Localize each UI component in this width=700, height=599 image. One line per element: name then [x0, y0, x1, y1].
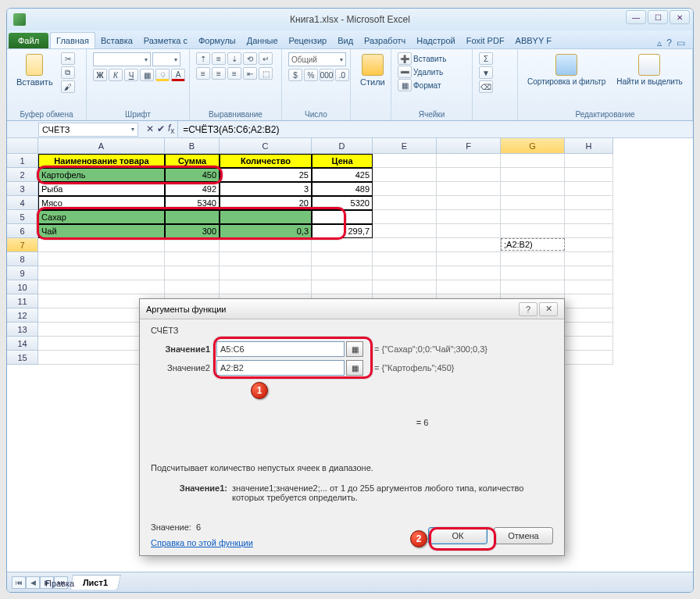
cell[interactable]: [165, 238, 220, 252]
row-header[interactable]: 5: [7, 210, 38, 224]
cell[interactable]: 425: [312, 168, 373, 182]
cell[interactable]: [565, 252, 613, 266]
styles-button[interactable]: Стили: [357, 52, 388, 88]
cell[interactable]: 0,3: [220, 224, 312, 238]
orientation-icon[interactable]: ⟲: [243, 52, 257, 65]
cell[interactable]: [220, 252, 312, 266]
cell[interactable]: 5340: [165, 196, 220, 210]
cell[interactable]: Цена: [312, 154, 373, 168]
row-header[interactable]: 14: [7, 337, 38, 351]
row-header[interactable]: 13: [7, 323, 38, 337]
cell[interactable]: [565, 351, 613, 365]
cell[interactable]: [165, 266, 220, 280]
row-header[interactable]: 11: [7, 294, 38, 308]
cell[interactable]: Сахар: [38, 210, 165, 224]
tab-developer[interactable]: Разработч: [359, 33, 411, 48]
merge-icon[interactable]: ⬚: [259, 67, 273, 80]
dialog-titlebar[interactable]: Аргументы функции ? ✕: [140, 299, 564, 319]
fill-color-icon[interactable]: ♢: [155, 69, 170, 81]
delete-cells-icon[interactable]: ➖: [398, 66, 412, 78]
cell[interactable]: [312, 238, 373, 252]
col-header[interactable]: G: [501, 138, 565, 154]
close-button[interactable]: ✕: [670, 10, 690, 24]
align-top-icon[interactable]: ⇡: [196, 52, 210, 65]
cell[interactable]: 489: [312, 182, 373, 196]
indent-dec-icon[interactable]: ⇤: [243, 67, 257, 80]
cell[interactable]: [373, 252, 437, 266]
collapse-dialog-icon[interactable]: ▦: [346, 341, 363, 357]
cell[interactable]: 25: [220, 168, 312, 182]
cell[interactable]: [165, 252, 220, 266]
tab-home[interactable]: Главная: [50, 32, 95, 48]
font-name-combo[interactable]: ▾: [93, 52, 151, 66]
row-header[interactable]: 6: [7, 224, 38, 238]
minimize-button[interactable]: —: [626, 10, 646, 24]
font-color-icon[interactable]: A: [171, 69, 185, 81]
arg1-input[interactable]: A5:C6: [216, 341, 345, 357]
cell[interactable]: Чай: [38, 224, 165, 238]
cell[interactable]: [38, 252, 165, 266]
cell[interactable]: [373, 154, 437, 168]
col-header[interactable]: D: [312, 138, 373, 154]
help-icon[interactable]: ?: [666, 37, 672, 48]
insert-cells-icon[interactable]: ➕: [398, 52, 412, 65]
cell[interactable]: Картофель: [38, 168, 165, 182]
row-header[interactable]: 9: [7, 266, 38, 280]
cell[interactable]: Сумма: [165, 154, 220, 168]
copy-icon[interactable]: ⧉: [61, 66, 75, 79]
cell[interactable]: Мясо: [38, 196, 165, 210]
cell[interactable]: 3: [220, 182, 312, 196]
border-icon[interactable]: ▦: [140, 69, 154, 81]
cell[interactable]: [501, 280, 565, 294]
file-tab[interactable]: Файл: [9, 33, 48, 48]
cell[interactable]: [373, 238, 437, 252]
cell[interactable]: Наименование товара: [38, 154, 165, 168]
cell[interactable]: [220, 210, 312, 224]
cell[interactable]: [220, 238, 312, 252]
align-left-icon[interactable]: ≡: [196, 67, 210, 80]
cell[interactable]: 300: [165, 224, 220, 238]
cell[interactable]: [565, 337, 613, 351]
tab-data[interactable]: Данные: [241, 33, 284, 48]
align-middle-icon[interactable]: ≡: [212, 52, 226, 65]
row-header[interactable]: 8: [7, 252, 38, 266]
cell[interactable]: [565, 266, 613, 280]
cell[interactable]: 5320: [312, 196, 373, 210]
number-format-combo[interactable]: Общий▾: [288, 52, 346, 66]
cell[interactable]: [437, 238, 501, 252]
align-center-icon[interactable]: ≡: [212, 67, 226, 80]
arg2-input[interactable]: A2:B2: [216, 360, 345, 376]
col-header[interactable]: F: [437, 138, 501, 154]
percent-icon[interactable]: %: [304, 69, 318, 81]
cell[interactable]: 450: [165, 168, 220, 182]
col-header[interactable]: H: [565, 138, 613, 154]
fill-icon[interactable]: ▼: [479, 66, 493, 79]
function-help-link[interactable]: Справка по этой функции: [151, 538, 253, 547]
autosum-icon[interactable]: Σ: [479, 52, 493, 65]
cell[interactable]: [501, 266, 565, 280]
cell[interactable]: [437, 252, 501, 266]
collapse-dialog-icon[interactable]: ▦: [346, 360, 363, 376]
cell[interactable]: 20: [220, 196, 312, 210]
currency-icon[interactable]: $: [288, 69, 302, 81]
cell[interactable]: [565, 154, 613, 168]
cell[interactable]: Количество: [220, 154, 312, 168]
row-header[interactable]: 15: [7, 351, 38, 365]
cell[interactable]: [312, 280, 373, 294]
dialog-close-button[interactable]: ✕: [539, 302, 558, 316]
ribbon-options-icon[interactable]: ▭: [677, 37, 685, 48]
formula-input[interactable]: =СЧЁТЗ(A5:C6;A2:B2): [177, 121, 693, 137]
tab-addins[interactable]: Надстрой: [411, 33, 460, 48]
cell[interactable]: [437, 280, 501, 294]
row-header[interactable]: 2: [7, 168, 38, 182]
cell[interactable]: Рыба: [38, 182, 165, 196]
cell[interactable]: [501, 154, 565, 168]
fx-icon[interactable]: fx: [168, 123, 174, 135]
maximize-button[interactable]: ☐: [648, 10, 668, 24]
row-header[interactable]: 10: [7, 280, 38, 294]
find-select-button[interactable]: Найти и выделить: [613, 52, 685, 87]
comma-icon[interactable]: 000: [320, 69, 334, 81]
col-header[interactable]: C: [220, 138, 312, 154]
cell[interactable]: [373, 266, 437, 280]
cell[interactable]: [565, 294, 613, 308]
